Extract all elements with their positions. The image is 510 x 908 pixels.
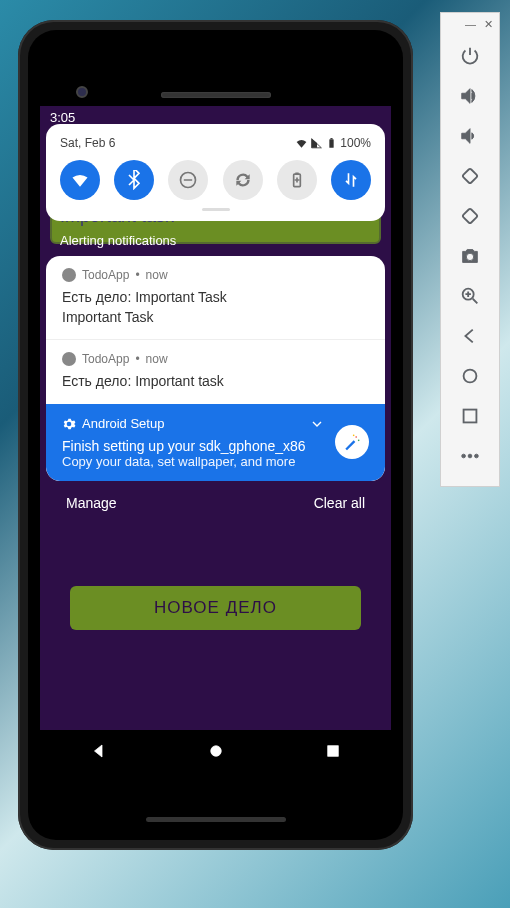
- volume-up-button[interactable]: [450, 76, 490, 116]
- qs-wifi-tile[interactable]: [60, 160, 100, 200]
- svg-point-5: [462, 454, 466, 458]
- device-screen: 3:05 Important task НОВОЕ ДЕЛО Sat, Feb …: [40, 106, 391, 776]
- svg-rect-0: [462, 168, 478, 184]
- setup-app-name: Android Setup: [82, 416, 164, 431]
- earpiece: [161, 92, 271, 98]
- notification-item[interactable]: TodoApp • now Есть дело: Important Task …: [46, 256, 385, 339]
- notification-time: now: [146, 352, 168, 366]
- new-task-button[interactable]: НОВОЕ ДЕЛО: [70, 586, 361, 630]
- emulator-window-controls: — ✕: [441, 19, 499, 36]
- alerting-header: Alerting notifications: [46, 221, 385, 256]
- notification-app-name: TodoApp: [82, 352, 129, 366]
- nav-overview-button[interactable]: [324, 742, 342, 764]
- app-icon: [62, 352, 76, 366]
- setup-title: Finish setting up your sdk_gphone_x86: [62, 438, 325, 454]
- status-clock: 3:05: [50, 110, 75, 125]
- status-icons: 100%: [295, 136, 371, 150]
- gear-icon: [62, 417, 76, 431]
- manage-button[interactable]: Manage: [66, 495, 117, 511]
- svg-rect-17: [327, 746, 338, 757]
- more-button[interactable]: [450, 436, 490, 476]
- nav-home-button[interactable]: [207, 742, 225, 764]
- shade-footer: Manage Clear all: [46, 481, 385, 525]
- phone-frame: 3:05 Important task НОВОЕ ДЕЛО Sat, Feb …: [18, 20, 413, 850]
- battery-icon: [325, 137, 338, 150]
- notification-group: TodoApp • now Есть дело: Important Task …: [46, 256, 385, 481]
- wand-icon: [335, 425, 369, 459]
- svg-rect-8: [330, 139, 334, 148]
- home-button[interactable]: [450, 356, 490, 396]
- notification-item[interactable]: TodoApp • now Есть дело: Important task: [46, 339, 385, 404]
- zoom-button[interactable]: [450, 276, 490, 316]
- svg-point-16: [210, 746, 221, 757]
- svg-point-6: [468, 454, 472, 458]
- nav-back-button[interactable]: [90, 742, 108, 764]
- screenshot-button[interactable]: [450, 236, 490, 276]
- notification-shade[interactable]: Sat, Feb 6 100%: [46, 124, 385, 525]
- power-button[interactable]: [450, 36, 490, 76]
- chevron-down-icon[interactable]: [309, 416, 325, 432]
- notification-app-name: TodoApp: [82, 268, 129, 282]
- svg-point-13: [355, 436, 357, 438]
- svg-rect-9: [331, 138, 333, 139]
- signal-icon: [310, 137, 323, 150]
- bottom-speaker: [146, 817, 286, 822]
- qs-autorotate-tile[interactable]: [223, 160, 263, 200]
- svg-point-14: [358, 440, 360, 442]
- notification-title: Есть дело: Important Task: [62, 288, 369, 308]
- overview-button[interactable]: [450, 396, 490, 436]
- minimize-button[interactable]: —: [465, 19, 476, 30]
- setup-body: Copy your data, set wallpaper, and more: [62, 454, 325, 469]
- back-button[interactable]: [450, 316, 490, 356]
- close-button[interactable]: ✕: [484, 19, 493, 30]
- qs-bluetooth-tile[interactable]: [114, 160, 154, 200]
- svg-rect-1: [462, 208, 478, 224]
- battery-percent: 100%: [340, 136, 371, 150]
- volume-down-button[interactable]: [450, 116, 490, 156]
- qs-mobiledata-tile[interactable]: [331, 160, 371, 200]
- app-icon: [62, 268, 76, 282]
- notification-time: now: [146, 268, 168, 282]
- camera-dot: [76, 86, 88, 98]
- notification-title: Есть дело: Important task: [62, 372, 369, 392]
- navigation-bar: [40, 730, 391, 776]
- svg-rect-12: [295, 173, 298, 175]
- qs-drag-handle[interactable]: [202, 208, 230, 211]
- svg-point-7: [475, 454, 479, 458]
- svg-point-3: [464, 370, 477, 383]
- svg-rect-4: [464, 410, 477, 423]
- qs-date: Sat, Feb 6: [60, 136, 115, 150]
- qs-battery-saver-tile[interactable]: [277, 160, 317, 200]
- setup-notification[interactable]: Android Setup Finish setting up your sdk…: [46, 404, 385, 481]
- wifi-icon: [295, 137, 308, 150]
- rotate-right-button[interactable]: [450, 196, 490, 236]
- rotate-left-button[interactable]: [450, 156, 490, 196]
- emulator-toolbar: — ✕: [440, 12, 500, 487]
- qs-dnd-tile[interactable]: [168, 160, 208, 200]
- quick-settings-panel: Sat, Feb 6 100%: [46, 124, 385, 221]
- notification-body: Important Task: [62, 308, 369, 328]
- clear-all-button[interactable]: Clear all: [314, 495, 365, 511]
- svg-point-15: [353, 435, 355, 437]
